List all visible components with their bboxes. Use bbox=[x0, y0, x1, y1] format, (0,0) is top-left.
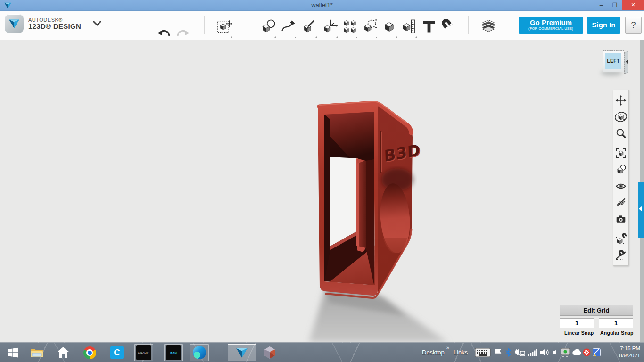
taskbar-cura[interactable]: C bbox=[107, 344, 126, 361]
help-button[interactable]: ? bbox=[625, 17, 642, 34]
edit-grid-button[interactable]: Edit Grid bbox=[560, 305, 633, 316]
edit-grid-panel: Edit Grid Linear Snap Angular Snap bbox=[560, 305, 634, 316]
chevron-down-icon[interactable] bbox=[92, 20, 102, 27]
zoom-icon bbox=[615, 128, 627, 139]
measure-icon bbox=[401, 18, 417, 34]
restore-button[interactable]: ❐ bbox=[608, 0, 621, 10]
linear-snap-label: Linear Snap bbox=[564, 330, 594, 336]
zoom-button[interactable] bbox=[613, 125, 628, 141]
toolbar-separator bbox=[204, 16, 205, 34]
tray-time: 7:15 PM bbox=[619, 345, 640, 352]
emboss-groove bbox=[380, 131, 382, 173]
tool-sketch[interactable] bbox=[280, 18, 297, 35]
text-icon bbox=[421, 18, 437, 34]
app-logo bbox=[5, 14, 24, 33]
meshmixer-icon bbox=[263, 346, 277, 360]
go-premium-label: Go Premium bbox=[519, 18, 583, 26]
action-center-flag-icon[interactable] bbox=[494, 348, 502, 357]
power-plug-icon[interactable] bbox=[515, 348, 525, 356]
snap-disable-button[interactable] bbox=[613, 247, 628, 263]
transform-icon bbox=[216, 18, 232, 34]
fit-view-icon bbox=[615, 148, 627, 159]
links-toolbar[interactable]: Links bbox=[454, 349, 468, 356]
modify-icon bbox=[322, 18, 338, 34]
start-button[interactable] bbox=[4, 344, 23, 361]
parts-library-tab[interactable] bbox=[638, 182, 644, 238]
tray-date: 8/9/2021 bbox=[619, 352, 640, 359]
taskbar-edge[interactable] bbox=[190, 344, 209, 361]
redo-icon[interactable] bbox=[176, 29, 190, 38]
tool-primitives[interactable] bbox=[260, 18, 277, 35]
linear-snap-input[interactable] bbox=[560, 318, 594, 328]
tool-pattern[interactable] bbox=[341, 18, 358, 35]
cura-icon: C bbox=[110, 346, 124, 359]
pan-button[interactable] bbox=[613, 92, 628, 108]
view-cube-rotate-icon[interactable] bbox=[626, 60, 628, 64]
title-bar[interactable]: wallet1* – ❐ ✕ bbox=[0, 0, 644, 11]
taskbar-123d-design-active[interactable] bbox=[228, 344, 256, 361]
grouping-icon bbox=[362, 18, 378, 34]
model-interior bbox=[324, 111, 377, 293]
123d-triangle-icon bbox=[8, 17, 20, 30]
tool-combine[interactable] bbox=[381, 18, 398, 35]
app-menu[interactable]: AUTODESK® 123D® DESIGN bbox=[5, 14, 81, 33]
touch-keyboard-icon[interactable] bbox=[475, 348, 491, 357]
device-monitor-icon[interactable] bbox=[561, 348, 570, 357]
viewport-3d[interactable]: B3D B3D LEFT bbox=[0, 40, 644, 342]
hide-grid-button[interactable] bbox=[613, 194, 628, 211]
bluetooth-icon[interactable] bbox=[505, 348, 512, 357]
red-badge-icon[interactable] bbox=[583, 348, 591, 356]
taskbar-file-explorer[interactable] bbox=[27, 344, 46, 361]
sign-in-button[interactable]: Sign In bbox=[587, 17, 620, 34]
tool-text[interactable] bbox=[421, 18, 438, 35]
blue-app-icon[interactable] bbox=[593, 348, 601, 356]
sketch-icon bbox=[281, 18, 297, 34]
taskbar-clock[interactable]: 7:15 PM 8/9/2021 bbox=[619, 345, 640, 359]
creality-icon: CREALITY bbox=[136, 345, 151, 360]
minimize-button[interactable]: – bbox=[594, 0, 608, 10]
tool-snap[interactable] bbox=[440, 18, 457, 35]
app-volume-icon[interactable] bbox=[553, 349, 559, 355]
undo-icon[interactable] bbox=[157, 29, 171, 38]
tool-material[interactable] bbox=[480, 18, 497, 35]
view-cube-face-left[interactable]: LEFT bbox=[605, 53, 621, 69]
main-toolbar: AUTODESK® 123D® DESIGN bbox=[0, 11, 644, 40]
angular-snap-input[interactable] bbox=[599, 318, 633, 328]
tool-modify[interactable] bbox=[322, 18, 339, 35]
orbit-button[interactable] bbox=[613, 108, 628, 125]
close-button[interactable]: ✕ bbox=[622, 0, 644, 10]
tool-measure[interactable] bbox=[401, 18, 418, 35]
volume-icon[interactable] bbox=[540, 348, 550, 356]
taskbar-chrome[interactable] bbox=[80, 344, 99, 361]
visibility-button[interactable] bbox=[613, 178, 628, 194]
desktop-overflow-chevron[interactable]: » bbox=[446, 345, 449, 350]
snap-object-button[interactable] bbox=[613, 230, 628, 247]
taskbar-creality-slicer[interactable]: CREALITY bbox=[134, 344, 153, 361]
material-layers-icon bbox=[480, 18, 496, 34]
navigation-toolbar bbox=[613, 90, 629, 266]
home-icon bbox=[56, 346, 70, 359]
pan-icon bbox=[615, 95, 627, 106]
screenshot-button[interactable] bbox=[613, 211, 628, 227]
combine-icon bbox=[381, 18, 397, 34]
tool-grouping[interactable] bbox=[361, 18, 378, 35]
onedrive-cloud-icon[interactable] bbox=[571, 349, 582, 355]
go-premium-sublabel: (FOR COMMERCIAL USE) bbox=[519, 26, 583, 31]
model-3d[interactable]: B3D B3D bbox=[0, 40, 644, 342]
folder-icon bbox=[30, 346, 44, 359]
fit-view-button[interactable] bbox=[613, 145, 628, 161]
primitives-icon bbox=[260, 18, 276, 34]
brand-text: AUTODESK® 123D® DESIGN bbox=[28, 17, 81, 31]
taskbar-meshmixer[interactable] bbox=[260, 344, 279, 361]
model-side-face: B3D B3D bbox=[377, 103, 421, 295]
go-premium-button[interactable]: Go Premium (FOR COMMERCIAL USE) bbox=[519, 17, 583, 34]
view-cube[interactable]: LEFT bbox=[602, 49, 630, 78]
tool-transform[interactable] bbox=[216, 18, 233, 35]
taskbar-photon-workshop[interactable]: P⚙N bbox=[164, 344, 183, 361]
network-signal-icon[interactable] bbox=[528, 349, 537, 356]
view-mode-button[interactable] bbox=[613, 161, 628, 178]
tool-construct[interactable] bbox=[301, 18, 318, 35]
desktop-toolbar[interactable]: Desktop bbox=[422, 349, 445, 356]
taskbar-home[interactable] bbox=[54, 344, 73, 361]
view-mode-icon bbox=[615, 164, 627, 175]
